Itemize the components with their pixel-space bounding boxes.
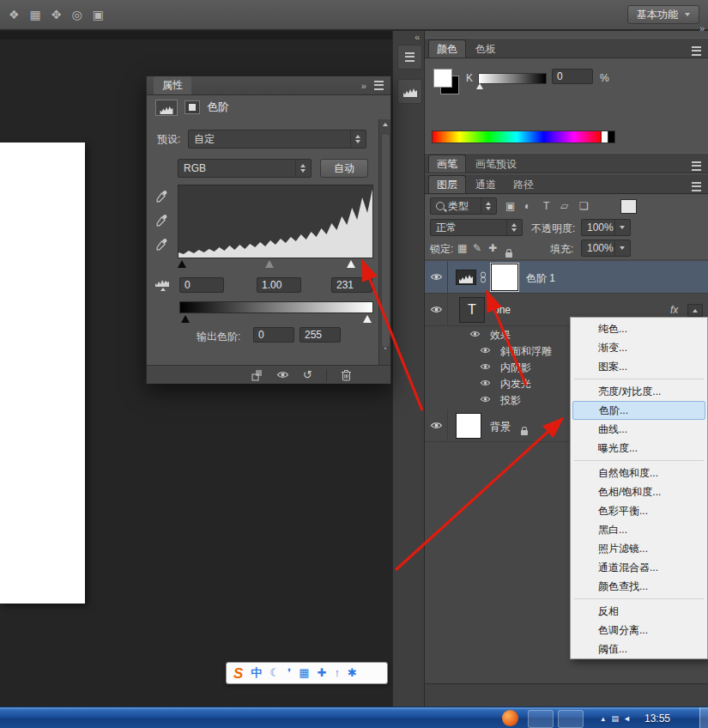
levels-adjustment-thumbnail[interactable]: [456, 270, 476, 285]
tray-network-icon[interactable]: ▤: [611, 714, 619, 723]
channel-dropdown[interactable]: RGB: [178, 159, 312, 178]
lock-all-icon[interactable]: [505, 252, 512, 258]
ime-fullwidth-moon-icon[interactable]: ☾: [269, 667, 280, 679]
mask-chip-icon[interactable]: [185, 100, 200, 114]
hand-tool-icon[interactable]: ✥: [51, 9, 62, 21]
blend-mode-dropdown[interactable]: 正常: [430, 219, 523, 236]
output-highlight-slider[interactable]: [363, 315, 372, 323]
input-shadow-slider[interactable]: [178, 260, 186, 268]
menu-item-invert[interactable]: 反相: [572, 602, 705, 621]
show-desktop-button[interactable]: [699, 707, 708, 728]
layer-name-levels[interactable]: 色阶 1: [526, 271, 555, 286]
lock-paint-icon[interactable]: ✎: [473, 242, 481, 254]
ime-punctuation-icon[interactable]: ❜: [287, 667, 291, 679]
layer-fx-badge[interactable]: fx: [670, 304, 678, 316]
output-shadow-field[interactable]: 0: [253, 327, 294, 343]
layer-row-levels[interactable]: 色阶 1: [425, 261, 708, 294]
scrollbar-thumb[interactable]: [381, 133, 390, 348]
menu-item-pattern[interactable]: 图案...: [572, 357, 705, 376]
background-layer-thumbnail[interactable]: [456, 413, 481, 439]
tab-channels[interactable]: 通道: [468, 176, 504, 193]
input-gamma-slider[interactable]: [265, 260, 274, 268]
menu-item-black-white[interactable]: 黑白...: [572, 520, 705, 539]
eye-icon[interactable]: [480, 346, 491, 355]
layer-visibility-toggle[interactable]: [425, 294, 448, 325]
delete-adjustment-icon[interactable]: [341, 368, 352, 381]
fill-dropdown[interactable]: 100%: [581, 240, 631, 257]
input-gamma-field[interactable]: 1.00: [257, 277, 301, 293]
menu-item-vibrance[interactable]: 自然饱和度...: [572, 464, 705, 482]
menu-item-color-balance[interactable]: 色彩平衡...: [572, 501, 705, 520]
filter-shape-layers-icon[interactable]: ▱: [560, 200, 568, 212]
eye-icon[interactable]: [469, 330, 481, 338]
tab-layers[interactable]: 图层: [428, 175, 466, 193]
foreground-color-swatch[interactable]: [433, 69, 452, 88]
black-point-eyedropper-icon[interactable]: [155, 190, 168, 203]
tab-brush[interactable]: 画笔: [428, 155, 466, 173]
menu-item-levels[interactable]: 色阶...: [572, 401, 705, 420]
eye-icon[interactable]: [480, 379, 491, 387]
ime-tray-icon[interactable]: ↑: [334, 667, 340, 679]
menu-item-exposure[interactable]: 曝光度...: [572, 439, 705, 458]
tray-volume-icon[interactable]: ◄: [623, 714, 631, 723]
taskbar-clock[interactable]: 13:55: [644, 713, 670, 725]
layer-filter-type-dropdown[interactable]: 类型: [430, 197, 497, 215]
reset-icon[interactable]: ↺: [303, 369, 312, 380]
menu-item-channel-mixer[interactable]: 通道混合器...: [572, 558, 705, 577]
white-point-eyedropper-icon[interactable]: [155, 238, 168, 251]
eye-icon[interactable]: [480, 362, 491, 371]
k-channel-slider[interactable]: [478, 73, 547, 84]
menu-item-gradient[interactable]: 渐变...: [572, 338, 705, 357]
lock-position-icon[interactable]: ✚: [488, 242, 497, 254]
layer-name-background[interactable]: 背景: [490, 420, 511, 434]
ime-logo[interactable]: S: [233, 666, 243, 681]
opacity-dropdown[interactable]: 100%: [581, 219, 631, 236]
eye-icon[interactable]: [480, 395, 491, 403]
input-highlight-field[interactable]: 231: [331, 277, 372, 293]
taskbar-open-app[interactable]: [558, 710, 584, 728]
menu-item-posterize[interactable]: 色调分离...: [572, 621, 705, 640]
menu-item-curves[interactable]: 曲线...: [572, 420, 705, 439]
menu-item-threshold[interactable]: 阈值...: [572, 640, 705, 658]
output-highlight-field[interactable]: 255: [300, 327, 341, 343]
gray-point-eyedropper-icon[interactable]: [155, 214, 168, 227]
taskbar-app-icon[interactable]: [502, 710, 518, 726]
layer-mask-thumbnail[interactable]: [491, 264, 518, 291]
layers-panel-menu-icon[interactable]: [692, 182, 701, 191]
menu-item-photo-filter[interactable]: 照片滤镜...: [572, 539, 705, 558]
view-extras-icon[interactable]: ▦: [30, 9, 41, 21]
input-shadow-field[interactable]: 0: [179, 277, 224, 293]
properties-titlebar[interactable]: 属性 ››: [147, 76, 390, 95]
ime-softkeyboard-icon[interactable]: ▦: [299, 667, 309, 679]
tab-properties[interactable]: 属性: [154, 76, 191, 94]
color-panel-menu-icon[interactable]: [692, 46, 701, 56]
filter-smart-objects-icon[interactable]: ❏: [579, 200, 589, 212]
screen-mode-icon[interactable]: ▣: [93, 9, 104, 21]
filter-adjustment-layers-icon[interactable]: ◐: [524, 200, 530, 212]
tray-show-hidden-icon[interactable]: ▴: [601, 714, 605, 723]
menu-item-hue-saturation[interactable]: 色相/饱和度...: [572, 482, 705, 501]
k-slider-marker[interactable]: [476, 83, 483, 89]
brush-panel-menu-icon[interactable]: [692, 161, 701, 171]
ime-medical-icon[interactable]: ✚: [318, 667, 327, 679]
auto-button[interactable]: 自动: [320, 159, 368, 178]
text-layer-thumbnail[interactable]: T: [459, 297, 485, 323]
tab-color[interactable]: 颜色: [428, 39, 466, 58]
mini-bridge-icon[interactable]: ❖: [9, 9, 20, 21]
ime-settings-icon[interactable]: ✱: [348, 667, 357, 679]
menu-item-color-lookup[interactable]: 颜色查找...: [572, 577, 705, 596]
collapsed-properties-panel-button[interactable]: [397, 79, 422, 104]
tab-brush-presets[interactable]: 画笔预设: [468, 155, 524, 173]
fx-collapse-toggle[interactable]: [687, 304, 703, 317]
filter-type-layers-icon[interactable]: T: [543, 200, 549, 212]
lock-transparency-icon[interactable]: ▦: [457, 242, 467, 254]
clip-to-layer-icon[interactable]: [251, 369, 263, 381]
color-spectrum-ramp[interactable]: [432, 130, 602, 143]
layer-name-text[interactable]: one: [493, 304, 511, 316]
collapse-dock-icon[interactable]: ››: [699, 24, 704, 33]
k-value-field[interactable]: 0: [552, 69, 593, 84]
properties-scrollbar[interactable]: [378, 119, 390, 365]
spectrum-black-swatch[interactable]: [608, 130, 615, 143]
taskbar-open-app[interactable]: [528, 710, 554, 728]
document-canvas[interactable]: [0, 143, 85, 604]
